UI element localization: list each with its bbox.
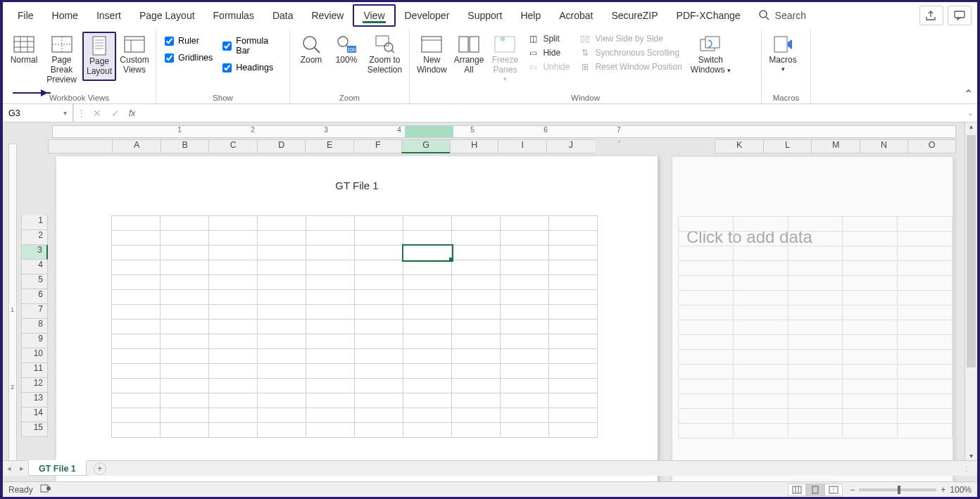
- svg-rect-36: [774, 37, 787, 52]
- tab-securezip[interactable]: SecureZIP: [602, 6, 667, 25]
- macro-record-icon[interactable]: [40, 484, 51, 495]
- name-box[interactable]: G3▾: [3, 104, 73, 122]
- custom-views-button[interactable]: Custom Views: [118, 32, 151, 78]
- svg-rect-31: [470, 37, 479, 52]
- svg-point-0: [760, 11, 767, 18]
- normal-view-button[interactable]: Normal: [7, 32, 41, 68]
- svg-rect-2: [955, 11, 965, 18]
- sheet-tab-active[interactable]: GT File 1: [28, 460, 87, 476]
- annotation-arrow: [13, 92, 51, 94]
- tab-acrobat[interactable]: Acrobat: [550, 6, 602, 25]
- add-sheet-button[interactable]: +: [94, 462, 106, 475]
- switch-windows-button[interactable]: Switch Windows ▾: [688, 32, 734, 78]
- zoom-to-selection-button[interactable]: Zoom to Selection: [365, 32, 405, 78]
- tab-page-layout[interactable]: Page Layout: [130, 6, 204, 25]
- new-window-icon: [419, 34, 444, 54]
- zoom-icon: [299, 34, 324, 54]
- search-area[interactable]: Search: [750, 9, 815, 23]
- page-1[interactable]: GT File 1: [56, 156, 658, 497]
- enter-formula-button[interactable]: ✓: [106, 104, 125, 122]
- group-label-zoom: Zoom: [294, 92, 405, 102]
- tab-nav-prev[interactable]: ◂: [3, 464, 15, 473]
- arrange-all-button[interactable]: Arrange All: [451, 32, 487, 78]
- headings-checkbox[interactable]: Headings: [222, 63, 281, 72]
- freeze-panes-button[interactable]: ❄ Freeze Panes▾: [488, 32, 522, 85]
- arrange-all-icon: [456, 34, 482, 54]
- collapse-ribbon-button[interactable]: ⌃: [964, 87, 973, 101]
- ruler-checkbox[interactable]: Ruler: [165, 36, 213, 46]
- tab-developer[interactable]: Developer: [396, 6, 459, 25]
- menubar: File Home Insert Page Layout Formulas Da…: [3, 2, 977, 29]
- formula-bar: G3▾ ⋮ ✕ ✓ fx ⌄: [3, 104, 977, 122]
- macros-button[interactable]: Macros ▾: [766, 32, 800, 75]
- split-button[interactable]: ◫Split: [527, 33, 570, 44]
- expand-formula-bar[interactable]: ⌄: [963, 109, 977, 117]
- freeze-panes-icon: ❄: [492, 34, 517, 54]
- svg-rect-25: [376, 36, 389, 46]
- sync-scroll-icon: ⇅: [579, 47, 591, 58]
- group-label-macros: Macros: [766, 92, 806, 102]
- row-headers[interactable]: 1 2 3 4 5 6 7 8 9 10 11 12 13 14 15: [21, 156, 48, 437]
- hide-button[interactable]: ▭Hide: [527, 47, 570, 58]
- svg-rect-35: [705, 37, 720, 48]
- search-label: Search: [775, 10, 806, 21]
- tab-support[interactable]: Support: [458, 6, 511, 25]
- status-page-break-view[interactable]: [824, 484, 843, 496]
- svg-point-19: [303, 37, 316, 49]
- macros-icon: [770, 34, 796, 54]
- svg-point-38: [46, 486, 51, 491]
- custom-views-icon: [122, 34, 147, 54]
- unhide-icon: ▭: [527, 61, 539, 72]
- normal-icon: [11, 34, 37, 54]
- column-headers[interactable]: A B C D E F G H I J K L M N O: [48, 139, 956, 153]
- page-layout-icon: [87, 36, 112, 56]
- formula-bar-checkbox[interactable]: Formula Bar: [222, 36, 281, 56]
- page-2[interactable]: Click to add data: [672, 156, 953, 497]
- comments-button[interactable]: [948, 6, 972, 25]
- cancel-formula-button[interactable]: ✕: [88, 104, 106, 122]
- group-label-show: Show: [161, 92, 285, 102]
- tabs-splitter[interactable]: ⋮: [957, 465, 977, 472]
- tab-formulas[interactable]: Formulas: [204, 6, 263, 25]
- status-normal-view[interactable]: [788, 484, 806, 496]
- gridlines-checkbox[interactable]: Gridlines: [165, 53, 213, 63]
- tab-home[interactable]: Home: [43, 6, 87, 25]
- formula-input[interactable]: [139, 108, 963, 118]
- tab-pdfxchange[interactable]: PDF-XChange: [667, 6, 750, 25]
- svg-rect-3: [14, 37, 34, 52]
- tab-insert[interactable]: Insert: [87, 6, 130, 25]
- zoom-100-button[interactable]: 100 100%: [329, 32, 363, 68]
- tab-nav-next[interactable]: ▸: [15, 464, 28, 473]
- svg-rect-30: [459, 37, 468, 52]
- tab-data[interactable]: Data: [263, 6, 303, 25]
- page-layout-button[interactable]: Page Layout: [82, 32, 116, 81]
- zoom-button[interactable]: Zoom: [294, 32, 328, 68]
- zoom-in-button[interactable]: +: [941, 485, 946, 495]
- tab-file[interactable]: File: [8, 6, 43, 25]
- group-label-workbook-views: Workbook Views: [7, 92, 151, 102]
- reset-pos-icon: ⊞: [579, 61, 591, 72]
- fx-label[interactable]: fx: [125, 108, 139, 118]
- status-page-layout-view[interactable]: [806, 484, 824, 496]
- zoom-percent[interactable]: 100%: [950, 485, 972, 495]
- zoom-out-button[interactable]: −: [850, 485, 855, 495]
- svg-text:100: 100: [347, 47, 356, 52]
- status-bar: Ready − + 100%: [3, 481, 977, 497]
- tab-view[interactable]: View: [353, 4, 395, 27]
- vertical-scrollbar[interactable]: ▴ ▾: [965, 122, 977, 463]
- unhide-button: ▭Unhide: [527, 61, 570, 72]
- cell-grid[interactable]: [111, 215, 598, 438]
- tab-review[interactable]: Review: [303, 6, 353, 25]
- tab-help[interactable]: Help: [511, 6, 550, 25]
- page-header[interactable]: GT File 1: [56, 156, 658, 214]
- page-break-preview-button[interactable]: Page Break Preview: [42, 32, 81, 87]
- zoom-slider[interactable]: [859, 488, 936, 491]
- side-by-side-icon: ▯▯: [579, 33, 591, 44]
- svg-line-1: [766, 17, 769, 20]
- page-break-icon: [49, 34, 75, 54]
- sheet-tabs: ◂ ▸ GT File 1 + ⋮: [3, 460, 977, 476]
- share-button[interactable]: [919, 6, 943, 25]
- svg-rect-39: [793, 486, 801, 493]
- new-window-button[interactable]: New Window: [414, 32, 450, 78]
- hide-icon: ▭: [527, 47, 539, 58]
